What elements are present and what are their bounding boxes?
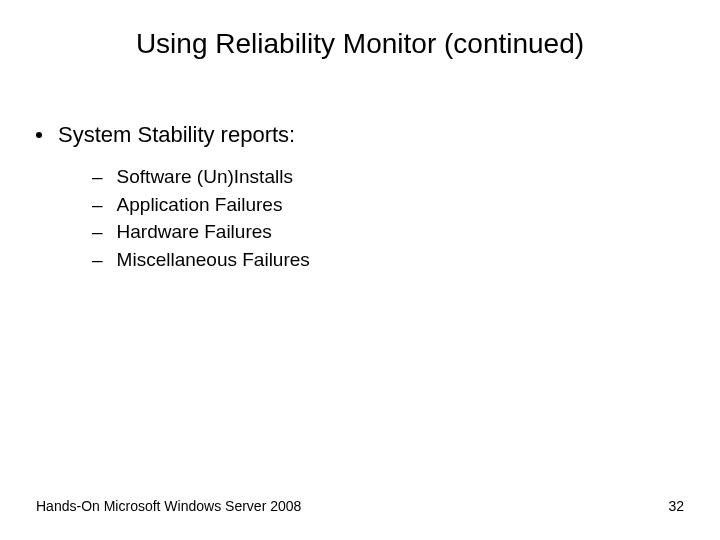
sub-bullet-item: – Hardware Failures	[92, 219, 720, 245]
bullet-text: System Stability reports:	[58, 122, 295, 148]
sub-bullet-text: Hardware Failures	[117, 219, 272, 245]
footer: Hands-On Microsoft Windows Server 2008 3…	[36, 498, 684, 514]
footer-left-text: Hands-On Microsoft Windows Server 2008	[36, 498, 301, 514]
page-number: 32	[668, 498, 684, 514]
dash-icon: –	[92, 192, 103, 218]
sub-bullet-text: Miscellaneous Failures	[117, 247, 310, 273]
sub-bullet-list: – Software (Un)Installs – Application Fa…	[36, 164, 720, 273]
bullet-dot-icon	[36, 132, 42, 138]
dash-icon: –	[92, 164, 103, 190]
sub-bullet-item: – Software (Un)Installs	[92, 164, 720, 190]
sub-bullet-text: Application Failures	[117, 192, 283, 218]
sub-bullet-text: Software (Un)Installs	[117, 164, 293, 190]
slide-title: Using Reliability Monitor (continued)	[0, 0, 720, 60]
dash-icon: –	[92, 247, 103, 273]
content-area: System Stability reports: – Software (Un…	[0, 60, 720, 273]
bullet-level-1: System Stability reports:	[36, 122, 720, 148]
dash-icon: –	[92, 219, 103, 245]
sub-bullet-item: – Application Failures	[92, 192, 720, 218]
sub-bullet-item: – Miscellaneous Failures	[92, 247, 720, 273]
